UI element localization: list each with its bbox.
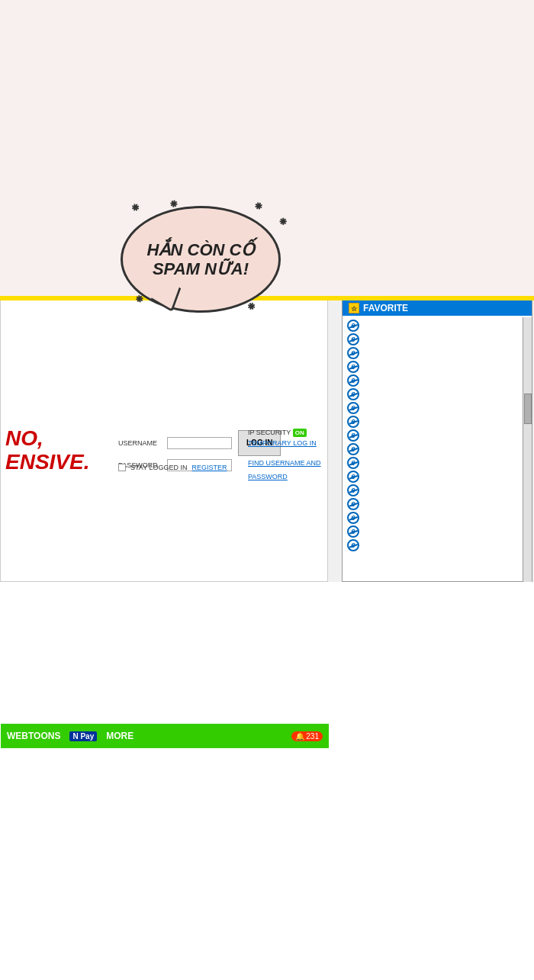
stay-logged-checkbox[interactable] — [118, 464, 126, 471]
ie-icon-7: e — [347, 402, 359, 414]
manga-text-area: NO, ENSIVE. — [1, 424, 114, 477]
speech-bubble: ⁕ ⁕ ⁕ ⁕ ⁕ ⁕ HẮN CÒN CỐ SPAM NỮA! — [121, 206, 288, 336]
favorites-header: ☆ FAVORITE — [343, 300, 532, 316]
username-input[interactable] — [167, 437, 232, 449]
fav-item-5[interactable]: e — [344, 374, 530, 387]
fav-item-14[interactable]: e — [344, 497, 530, 511]
fav-item-13[interactable]: e — [344, 484, 530, 497]
manga-text: NO, ENSIVE. — [1, 424, 114, 477]
fav-item-8[interactable]: e — [344, 415, 530, 429]
ie-icon-10: e — [347, 443, 359, 455]
ie-icon-8: e — [347, 416, 359, 428]
favorites-title: FAVORITE — [363, 303, 408, 313]
favorites-scrollbar[interactable] — [523, 317, 532, 583]
stress-mark-5: ⁕ — [133, 291, 145, 307]
fav-item-7[interactable]: e — [344, 401, 530, 415]
bottom-area — [0, 582, 534, 980]
security-row: IP SECURITY ON — [248, 429, 324, 437]
fav-item-12[interactable]: e — [344, 470, 530, 484]
fav-item-16[interactable]: e — [344, 525, 530, 538]
ie-icon-11: e — [347, 457, 359, 469]
ie-icon-4: e — [347, 361, 359, 373]
ie-icon-16: e — [347, 525, 359, 538]
login-options: IP SECURITY ON TEMPORARY LOG IN — [245, 424, 327, 451]
favorites-list: e e e e e e e e e e e e — [343, 316, 532, 555]
nav-more[interactable]: MORE — [106, 731, 134, 741]
ie-icon-12: e — [347, 471, 359, 483]
find-credentials[interactable]: FIND USERNAME AND PASSWORD — [248, 459, 321, 480]
stress-mark-6: ⁕ — [243, 298, 258, 315]
ie-icon-5: e — [347, 374, 359, 387]
ie-icon-13: e — [347, 484, 359, 496]
favorites-folder-icon: ☆ — [349, 303, 359, 313]
ie-icon-17: e — [347, 539, 359, 551]
fav-item-1[interactable]: e — [344, 319, 530, 333]
browser-window: T TO WRITE I WONDER WEBTOONS N Pay MORE … — [0, 300, 328, 582]
fav-item-11[interactable]: e — [344, 456, 530, 470]
nav-webtoons[interactable]: WEBTOONS — [7, 731, 60, 741]
nav-bar: WEBTOONS N Pay MORE 🔔 231 — [1, 724, 329, 748]
security-label: IP SECURITY — [248, 429, 291, 436]
find-credentials-area: FIND USERNAME AND PASSWORD — [245, 453, 327, 484]
fav-item-3[interactable]: e — [344, 346, 530, 360]
username-label: USERNAME — [118, 439, 164, 447]
npay-badge: N Pay — [69, 731, 97, 741]
temp-login-label[interactable]: TEMPORARY LOG IN — [248, 439, 317, 447]
favorites-panel: ☆ FAVORITE e e e e e e e e e e — [342, 300, 532, 582]
ie-icon-1: e — [347, 320, 359, 332]
ie-icon-2: e — [347, 333, 359, 345]
ie-icon-9: e — [347, 429, 359, 442]
fav-item-10[interactable]: e — [344, 442, 530, 456]
login-bottom-row: STAY LOGGED IN REGISTER — [114, 462, 232, 473]
ie-icon-14: e — [347, 498, 359, 510]
temp-login[interactable]: TEMPORARY LOG IN — [248, 439, 324, 447]
register-link[interactable]: REGISTER — [192, 464, 227, 471]
notification-count: 🔔 231 — [291, 731, 323, 741]
nav-npay-area[interactable]: N Pay — [69, 731, 97, 741]
fav-item-9[interactable]: e — [344, 429, 530, 442]
fav-item-6[interactable]: e — [344, 387, 530, 401]
fav-item-2[interactable]: e — [344, 333, 530, 346]
fav-item-15[interactable]: e — [344, 511, 530, 525]
fav-item-17[interactable]: e — [344, 538, 530, 552]
stay-logged-label: STAY LOGGED IN — [130, 464, 188, 471]
ie-icon-15: e — [347, 512, 359, 524]
ie-icon-6: e — [347, 388, 359, 400]
security-badge: ON — [293, 429, 307, 437]
scrollbar-thumb[interactable] — [524, 394, 532, 424]
stress-mark-2: ⁕ — [167, 196, 179, 212]
fav-item-4[interactable]: e — [344, 360, 530, 374]
ie-icon-3: e — [347, 347, 359, 359]
